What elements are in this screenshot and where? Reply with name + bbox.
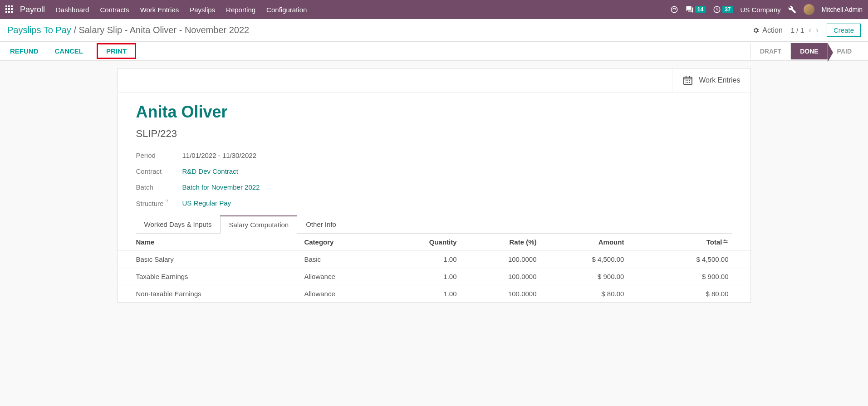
svg-point-0 (671, 6, 677, 13)
status-draft[interactable]: DRAFT (750, 43, 790, 59)
field-period: Period 11/01/2022 - 11/30/2022 (136, 152, 732, 159)
status-paid[interactable]: PAID (828, 43, 861, 59)
app-brand[interactable]: Payroll (20, 5, 45, 15)
breadcrumb-sep: / (74, 25, 78, 35)
apps-icon[interactable] (5, 5, 14, 14)
user-name[interactable]: Mitchell Admin (822, 6, 863, 13)
employee-name[interactable]: Anita Oliver (136, 103, 732, 122)
menu-reporting[interactable]: Reporting (226, 6, 255, 14)
messages-button[interactable]: 14 (686, 5, 706, 14)
table-row[interactable]: Non-taxable Earnings Allowance 1.00 100.… (118, 285, 750, 303)
breadcrumb: Payslips To Pay / Salary Slip - Anita Ol… (7, 25, 249, 35)
slip-number: SLIP/223 (136, 128, 732, 140)
field-structure: Structure ? US Regular Pay (136, 199, 732, 207)
menu-configuration[interactable]: Configuration (266, 6, 307, 14)
sheet-header: Work Entries (118, 68, 750, 93)
pager-text: 1 / 1 (791, 26, 804, 34)
structure-label: Structure ? (136, 199, 182, 207)
create-button[interactable]: Create (827, 24, 861, 37)
salary-tbody: Basic Salary Basic 1.00 100.0000 $ 4,500… (118, 251, 750, 303)
menu-dashboard[interactable]: Dashboard (56, 6, 89, 14)
help-icon[interactable]: ? (166, 199, 168, 204)
status-bar: DRAFT DONE PAID (750, 43, 861, 59)
breadcrumb-bar: Payslips To Pay / Salary Slip - Anita Ol… (0, 19, 868, 42)
work-entries-button[interactable]: Work Entries (672, 68, 750, 92)
period-label: Period (136, 152, 182, 159)
structure-value[interactable]: US Regular Pay (182, 199, 231, 207)
contract-label: Contract (136, 167, 182, 175)
field-contract: Contract R&D Dev Contract (136, 167, 732, 175)
col-category[interactable]: Category (299, 234, 384, 251)
tab-worked-days[interactable]: Worked Days & Inputs (136, 215, 221, 233)
menu-work-entries[interactable]: Work Entries (140, 6, 179, 14)
menu-contracts[interactable]: Contracts (100, 6, 129, 14)
table-options-icon[interactable] (722, 238, 729, 245)
field-batch: Batch Batch for November 2022 (136, 183, 732, 191)
col-rate[interactable]: Rate (%) (462, 234, 542, 251)
sheet-body: Anita Oliver SLIP/223 Period 11/01/2022 … (118, 93, 750, 234)
batch-label: Batch (136, 183, 182, 191)
action-dropdown[interactable]: Action (752, 26, 782, 34)
table-row[interactable]: Basic Salary Basic 1.00 100.0000 $ 4,500… (118, 251, 750, 268)
tools-icon[interactable] (788, 5, 796, 14)
period-value: 11/01/2022 - 11/30/2022 (182, 152, 256, 159)
breadcrumb-current: Salary Slip - Anita Oliver - November 20… (79, 25, 250, 35)
messages-badge: 14 (695, 6, 706, 13)
col-total[interactable]: Total (629, 234, 750, 251)
contract-value[interactable]: R&D Dev Contract (182, 167, 238, 175)
support-icon[interactable] (670, 5, 678, 14)
pager: 1 / 1 ‹ › (791, 25, 819, 35)
print-button[interactable]: PRINT (97, 43, 136, 59)
pager-prev[interactable]: ‹ (809, 25, 811, 35)
calendar-icon (682, 75, 693, 86)
col-name[interactable]: Name (118, 234, 299, 251)
status-done[interactable]: DONE (790, 43, 827, 59)
svg-point-3 (724, 240, 725, 241)
svg-point-4 (726, 242, 726, 243)
activities-button[interactable]: 37 (713, 5, 733, 14)
action-label: Action (762, 26, 782, 34)
topnav-right: 14 37 US Company Mitchell Admin (670, 4, 863, 15)
col-quantity[interactable]: Quantity (384, 234, 462, 251)
batch-value[interactable]: Batch for November 2022 (182, 183, 260, 191)
top-nav: Payroll Dashboard Contracts Work Entries… (0, 0, 868, 19)
col-amount[interactable]: Amount (542, 234, 630, 251)
salary-table: Name Category Quantity Rate (%) Amount T… (118, 234, 750, 303)
tab-other-info[interactable]: Other Info (297, 215, 345, 233)
pager-next[interactable]: › (816, 25, 819, 35)
company-selector[interactable]: US Company (740, 6, 781, 14)
main-menu: Dashboard Contracts Work Entries Payslip… (56, 6, 307, 14)
work-entries-label: Work Entries (699, 76, 740, 84)
form-sheet: Work Entries Anita Oliver SLIP/223 Perio… (118, 68, 751, 303)
table-row[interactable]: Taxable Earnings Allowance 1.00 100.0000… (118, 268, 750, 285)
tab-salary-computation[interactable]: Salary Computation (220, 215, 297, 234)
avatar[interactable] (804, 4, 814, 15)
activities-badge: 37 (722, 6, 733, 13)
breadcrumb-right: Action 1 / 1 ‹ › Create (752, 24, 861, 37)
menu-payslips[interactable]: Payslips (190, 6, 215, 14)
breadcrumb-parent[interactable]: Payslips To Pay (7, 25, 71, 35)
tabs: Worked Days & Inputs Salary Computation … (136, 215, 732, 234)
cancel-button[interactable]: CANCEL (52, 44, 86, 59)
refund-button[interactable]: REFUND (7, 44, 41, 59)
button-row: REFUND CANCEL PRINT DRAFT DONE PAID (0, 42, 868, 61)
